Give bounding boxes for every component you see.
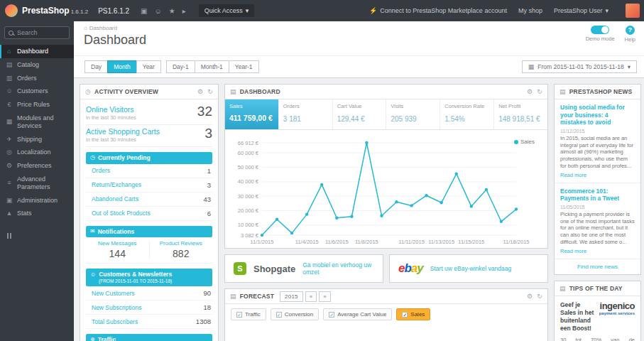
kpi-visits[interactable]: Visits 205 939 [386,99,440,129]
pending-row-out-of-stock[interactable]: Out of Stock Products 6 [86,207,212,221]
next-year-button[interactable]: » [319,291,331,302]
kpi-label: Visits [391,103,435,109]
preferences-icon: ⚙ [6,162,13,170]
sidebar-item-advanced-parameters[interactable]: ≡ Advanced Parameters [0,173,74,194]
shopgate-promo-link[interactable]: Ga mobiel en verhoog uw omzet [302,261,374,276]
news-headline[interactable]: Ecommerce 101: Payments in a Tweet [560,188,635,202]
filter-day-1-button[interactable]: Day-1 [166,60,195,73]
sidebar-item-customers[interactable]: ☺ Customers [0,85,74,98]
customers-value: 18 [203,303,211,311]
dashboard-icon: ⌂ [6,48,13,55]
forecast-traffic-toggle[interactable]: ✓ Traffic [231,308,266,320]
sidebar-item-stats[interactable]: ▲ Stats [0,207,74,220]
news-headline[interactable]: Using social media for your business: 4 … [560,104,635,126]
forecast-year-select[interactable]: 2015 [280,291,303,302]
online-visitors-label[interactable]: Online Visitors [86,105,212,114]
read-more-link[interactable]: Read more [560,248,586,254]
kpi-sales[interactable]: Sales 411 759,00 € [225,99,279,129]
gear-icon[interactable]: ⚙ [527,88,533,95]
pending-label: Orders [92,167,110,174]
rocket-icon[interactable]: ▸ [182,7,186,15]
user-menu[interactable]: PrestaShop User ▾ [554,7,608,14]
find-more-news-link[interactable]: Find more news [555,259,640,274]
ebay-promo-card[interactable]: ebay Start uw eBay-winkel vandaag [389,254,548,283]
kpi-label: Net Profit [498,103,543,109]
pending-label: Abandoned Carts [92,195,138,202]
kpi-label: Cart Value [337,103,382,109]
customers-icon: ☺ [6,87,13,95]
news-date: 11/12/2015 [560,129,635,134]
kpi-label: Conversion Rate [444,103,489,109]
sidebar-item-modules[interactable]: ▦ Modules and Services [0,112,74,133]
new-subscriptions-row[interactable]: New Subscriptions 18 [86,301,212,315]
shop-name[interactable]: PS1.6.1.2 [98,7,129,15]
kpi-value: 148 918,51 € [498,115,543,123]
pending-row-orders[interactable]: Orders 1 [86,164,212,178]
filter-day-button[interactable]: Day [84,60,108,73]
my-shop-link[interactable]: My shop [518,7,542,14]
forecast-avg-cart-toggle[interactable]: ✓ Average Cart Value [323,308,392,320]
filter-year-button[interactable]: Year [136,60,161,73]
new-messages-label: New Messages [86,240,149,247]
read-more-link[interactable]: Read more [560,172,586,178]
sidebar-collapse-icon[interactable] [7,233,74,239]
kpi-conversion-rate[interactable]: Conversion Rate 1.54% [440,99,494,129]
gear-icon[interactable]: ⚙ [527,293,533,300]
customer-icon[interactable]: ☺ [155,7,162,15]
forecast-sales-toggle[interactable]: ✓ Sales [396,308,430,320]
sidebar-item-price-rules[interactable]: € Price Rules [0,98,74,112]
sidebar-item-preferences[interactable]: ⚙ Preferences [0,159,74,173]
shop-icon[interactable]: ▣ [141,7,147,15]
help-label: Help [625,36,635,43]
sidebar-item-administration[interactable]: ▣ Administration [0,194,74,207]
new-messages-cell[interactable]: New Messages 144 [86,240,149,259]
pending-row-returns[interactable]: Return/Exchanges 3 [86,178,212,193]
forecast-conversion-toggle[interactable]: ✓ Conversion [271,308,319,320]
gear-icon[interactable]: ⚙ [197,88,203,95]
quick-access-dropdown[interactable]: Quick Access ▾ [199,4,255,17]
search-input[interactable] [17,29,67,36]
filter-year-1-button[interactable]: Year-1 [229,60,259,73]
svg-text:11/1/2015: 11/1/2015 [251,239,274,245]
active-carts-label[interactable]: Active Shopping Carts [86,127,212,136]
sidebar-search[interactable] [4,26,70,39]
sidebar-item-dashboard[interactable]: ⌂ Dashboard [0,45,74,58]
total-subscribers-row[interactable]: Total Subscribers 1308 [86,315,212,329]
sidebar-item-localization[interactable]: ◎ Localization [0,146,74,159]
filter-month-button[interactable]: Month [107,60,137,73]
product-reviews-cell[interactable]: Product Reviews 882 [149,240,213,259]
filter-month-1-button[interactable]: Month-1 [195,60,229,73]
forecast-panel: ▤ FORECAST 2015 « » ⚙ ↻ ✓ Traffic [224,288,548,341]
main-area: ⌂ Dashboard Dashboard Demo mode ? Help D… [74,21,644,341]
sidebar-item-orders[interactable]: ▥ Orders [0,72,74,85]
refresh-icon[interactable]: ↻ [207,88,213,95]
refresh-icon[interactable]: ↻ [537,293,542,300]
sidebar-item-shipping[interactable]: ✈ Shipping [0,133,74,146]
breadcrumb-label: Dashboard [89,25,117,31]
new-customers-row[interactable]: New Customers 90 [86,286,212,301]
pending-row-abandoned-carts[interactable]: Abandoned Carts 43 [86,193,212,207]
trophy-icon[interactable]: ★ [169,7,175,15]
caret-down-icon: ▾ [605,7,608,14]
demo-mode-toggle[interactable] [591,26,609,34]
modules-icon: ▦ [6,118,13,126]
previous-year-button[interactable]: « [305,291,317,302]
sidebar-menu: ⌂ Dashboard ▤ Catalog ▥ Orders ☺ Custome… [0,45,74,220]
ebay-promo-link[interactable]: Start uw eBay-winkel vandaag [430,265,511,272]
kpi-net-profit[interactable]: Net Profit 148 918,51 € [494,99,547,129]
customers-range: (FROM 2015-11-01 TO 2015-11-18) [90,278,208,284]
kpi-cart-value[interactable]: Cart Value 129,44 € [333,99,387,129]
kpi-orders[interactable]: Orders 3 181 [279,99,333,129]
date-range-picker[interactable]: ▦ From 2015-11-01 To 2015-11-18 ▾ [522,60,637,73]
kpi-label: Orders [283,103,328,109]
refresh-icon[interactable]: ↻ [537,88,542,95]
shopgate-promo-card[interactable]: S Shopgate Ga mobiel en verhoog uw omzet [224,254,383,283]
date-range-label: From 2015-11-01 To 2015-11-18 [537,63,623,70]
sidebar-item-catalog[interactable]: ▤ Catalog [0,58,74,72]
help-icon[interactable]: ? [626,26,635,35]
pending-label: Return/Exchanges [92,181,141,188]
marketplace-connect-link[interactable]: ⚡ Connect to PrestaShop Marketplace acco… [369,7,507,14]
legend-label: Sales [520,139,535,145]
user-avatar[interactable] [626,4,640,18]
svg-text:11/11/2015: 11/11/2015 [398,239,424,245]
